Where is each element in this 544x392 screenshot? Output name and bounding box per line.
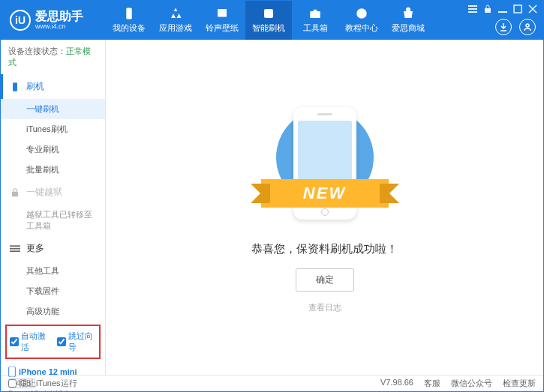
phone-icon — [122, 7, 136, 20]
app-name: 爱思助手 — [35, 10, 83, 22]
block-itunes-label: 阻止iTunes运行 — [20, 378, 77, 389]
tab-label: 教程中心 — [345, 22, 378, 34]
lock-icon[interactable] — [483, 3, 492, 12]
more-icon — [10, 244, 20, 254]
svg-rect-11 — [514, 5, 521, 13]
window-controls — [468, 3, 537, 12]
device-icon — [8, 367, 16, 377]
svg-point-12 — [526, 24, 529, 27]
sidebar-item-oneclick-flash[interactable]: 一键刷机 — [1, 99, 105, 119]
tab-label: 我的设备 — [113, 22, 146, 34]
close-icon[interactable] — [528, 3, 537, 12]
download-icon[interactable] — [495, 19, 512, 35]
svg-rect-1 — [218, 9, 227, 17]
store-icon — [401, 7, 415, 20]
footer-right: V7.98.66 客服 微信公众号 检查更新 — [380, 378, 536, 389]
svg-rect-3 — [310, 11, 320, 18]
app-header: iU 爱思助手 www.i4.cn 我的设备 应用游戏 铃声壁纸 智能刷机 工具… — [1, 1, 543, 40]
checkbox-label: 跳过向导 — [68, 331, 97, 353]
version-label: V7.98.66 — [380, 378, 413, 389]
header-action-icons — [495, 19, 536, 35]
sidebar-section-more[interactable]: 更多 — [1, 236, 105, 261]
customer-service-link[interactable]: 客服 — [424, 378, 440, 389]
app-url: www.i4.cn — [35, 22, 83, 30]
lock-icon — [10, 187, 20, 198]
tab-toolbox[interactable]: 工具箱 — [292, 1, 338, 40]
svg-rect-16 — [10, 247, 20, 249]
checkbox-input[interactable] — [57, 337, 66, 346]
tab-my-device[interactable]: 我的设备 — [106, 1, 152, 40]
book-icon — [355, 7, 368, 20]
sidebar-item-advanced[interactable]: 高级功能 — [1, 301, 105, 322]
success-message: 恭喜您，保资料刷机成功啦！ — [251, 242, 398, 256]
sidebar: 设备连接状态：正常模式 刷机 一键刷机 iTunes刷机 专业刷机 批量刷机 一… — [1, 40, 106, 375]
svg-rect-6 — [468, 5, 477, 7]
tab-label: 铃声壁纸 — [206, 22, 239, 34]
footer-left: 阻止iTunes运行 — [8, 378, 77, 389]
device-name[interactable]: iPhone 12 mini — [8, 367, 98, 377]
sidebar-item-batch-flash[interactable]: 批量刷机 — [1, 160, 105, 180]
toolbox-icon — [308, 7, 322, 20]
sidebar-item-download-firmware[interactable]: 下载固件 — [1, 281, 105, 301]
checkbox-auto-activate[interactable]: 自动激活 — [10, 331, 50, 353]
user-icon[interactable] — [519, 19, 536, 35]
sidebar-section-flash[interactable]: 刷机 — [1, 74, 105, 99]
nav-tabs: 我的设备 应用游戏 铃声壁纸 智能刷机 工具箱 教程中心 爱思商城 — [106, 1, 431, 40]
svg-rect-8 — [468, 11, 477, 13]
tab-label: 智能刷机 — [252, 22, 285, 34]
sidebar-item-itunes-flash[interactable]: iTunes刷机 — [1, 119, 105, 139]
apps-icon — [169, 7, 182, 20]
svg-rect-0 — [126, 8, 132, 19]
main-content: NEW 恭喜您，保资料刷机成功啦！ 确定 查看日志 — [106, 40, 543, 375]
success-illustration: NEW — [269, 101, 381, 229]
ok-button[interactable]: 确定 — [296, 268, 354, 292]
check-update-link[interactable]: 检查更新 — [503, 378, 536, 389]
section-label: 更多 — [26, 242, 44, 255]
tab-smart-flash[interactable]: 智能刷机 — [245, 1, 292, 40]
logo-area: iU 爱思助手 www.i4.cn — [1, 10, 106, 31]
connection-status: 设备连接状态：正常模式 — [1, 40, 105, 74]
media-icon — [215, 7, 229, 20]
flash-icon — [262, 7, 275, 20]
view-log-link[interactable]: 查看日志 — [308, 302, 341, 313]
sidebar-item-pro-flash[interactable]: 专业刷机 — [1, 139, 105, 160]
tab-store[interactable]: 爱思商城 — [385, 1, 431, 40]
svg-rect-13 — [13, 82, 17, 91]
svg-rect-17 — [10, 250, 20, 252]
wechat-link[interactable]: 微信公众号 — [451, 378, 492, 389]
svg-rect-2 — [264, 9, 273, 18]
menu-icon[interactable] — [468, 3, 477, 12]
jailbreak-moved-note: 越狱工具已转移至工具箱 — [1, 205, 105, 236]
section-label: 一键越狱 — [26, 186, 62, 199]
minimize-icon[interactable] — [498, 3, 507, 12]
maximize-icon[interactable] — [513, 3, 522, 12]
new-ribbon: NEW — [261, 179, 389, 208]
block-itunes-checkbox[interactable] — [8, 379, 17, 388]
conn-label: 设备连接状态： — [8, 46, 66, 55]
checkbox-label: 自动激活 — [21, 331, 50, 353]
svg-rect-10 — [498, 11, 507, 13]
svg-rect-14 — [12, 191, 18, 196]
svg-rect-4 — [314, 10, 317, 12]
device-name-text: iPhone 12 mini — [19, 367, 77, 376]
checkbox-skip-setup[interactable]: 跳过向导 — [57, 331, 97, 353]
logo-icon: iU — [10, 10, 31, 31]
svg-rect-18 — [9, 367, 16, 377]
options-checkboxes: 自动激活 跳过向导 — [5, 325, 101, 359]
phone-icon — [10, 82, 20, 92]
svg-rect-15 — [10, 245, 20, 247]
tab-ringtone-wallpaper[interactable]: 铃声壁纸 — [199, 1, 245, 40]
tab-label: 应用游戏 — [159, 22, 192, 34]
tab-apps-games[interactable]: 应用游戏 — [152, 1, 199, 40]
sidebar-item-other-tools[interactable]: 其他工具 — [1, 261, 105, 281]
checkbox-input[interactable] — [10, 337, 19, 346]
svg-rect-7 — [468, 8, 477, 10]
tab-label: 工具箱 — [303, 22, 328, 34]
svg-point-5 — [356, 8, 367, 19]
section-label: 刷机 — [26, 80, 44, 93]
tab-label: 爱思商城 — [392, 22, 425, 34]
sidebar-section-jailbreak: 一键越狱 — [1, 180, 105, 205]
tab-tutorials[interactable]: 教程中心 — [338, 1, 385, 40]
svg-rect-9 — [485, 8, 491, 13]
